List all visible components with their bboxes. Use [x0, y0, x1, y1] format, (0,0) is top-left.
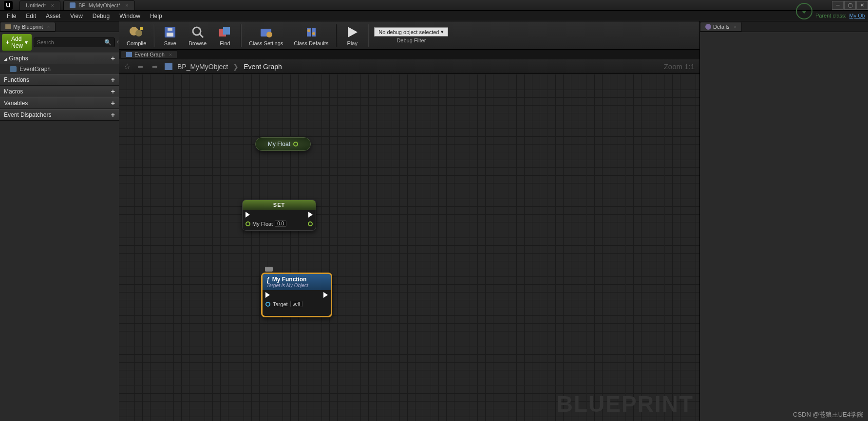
minimize-button[interactable]: ─: [832, 1, 844, 10]
graph-icon: [10, 66, 17, 72]
add-search-row: + Add New ▾ 🔍 👁 ▾: [0, 32, 119, 53]
blueprint-icon: [70, 2, 75, 8]
add-new-button[interactable]: + Add New ▾: [2, 34, 32, 51]
close-icon[interactable]: ×: [125, 2, 128, 8]
target-value[interactable]: self: [290, 301, 303, 307]
section-variables[interactable]: Variables +: [0, 97, 119, 109]
menu-view[interactable]: View: [65, 11, 88, 21]
svg-point-15: [312, 32, 315, 35]
section-functions[interactable]: Functions +: [0, 74, 119, 86]
close-icon[interactable]: ×: [734, 24, 736, 30]
nav-back-button[interactable]: ⬅: [135, 62, 145, 72]
svg-point-11: [266, 32, 272, 37]
btn-label: Compile: [127, 40, 146, 46]
plus-icon[interactable]: +: [111, 111, 115, 119]
output-pin[interactable]: [293, 142, 298, 146]
plus-icon[interactable]: +: [111, 76, 115, 84]
parent-class-indicator: Parent class: My Ob: [796, 12, 865, 19]
graph-tab-eventgraph[interactable]: Event Graph ×: [121, 50, 177, 59]
chevron-down-icon: ▾: [25, 39, 28, 46]
exec-out-pin[interactable]: [308, 212, 313, 218]
section-dispatchers[interactable]: Event Dispatchers +: [0, 109, 119, 121]
parent-class-link[interactable]: My Ob: [849, 13, 865, 18]
menu-help[interactable]: Help: [145, 11, 167, 21]
add-label: Add New: [11, 36, 23, 49]
section-graphs[interactable]: ◢ Graphs +: [0, 53, 119, 64]
menubar: File Edit Asset View Debug Window Help P…: [0, 11, 868, 21]
pin-label: Target: [273, 301, 288, 307]
item-label: EventGraph: [19, 66, 51, 73]
graph-tabbar: Event Graph ×: [119, 50, 699, 59]
close-button[interactable]: ✕: [856, 1, 868, 10]
search-box[interactable]: 🔍: [34, 37, 115, 47]
close-icon[interactable]: ×: [169, 52, 172, 57]
save-button[interactable]: Save: [157, 24, 183, 47]
debug-object-dropdown[interactable]: No debug object selected ▾: [374, 27, 448, 37]
input-pin[interactable]: [245, 221, 250, 226]
graph-canvas[interactable]: BLUEPRINT My Float SET My Fl: [119, 74, 699, 421]
target-pin[interactable]: [265, 302, 270, 307]
section-label: Variables: [4, 100, 28, 107]
panel-tabbar: My Blueprint ×: [0, 21, 119, 32]
comment-bubble-icon[interactable]: [265, 267, 273, 272]
exec-out-pin[interactable]: [323, 292, 328, 298]
class-defaults-button[interactable]: Class Defaults: [289, 24, 333, 47]
node-get-myfloat[interactable]: My Float: [255, 137, 311, 151]
menu-file[interactable]: File: [2, 11, 21, 21]
plus-icon[interactable]: +: [111, 88, 115, 95]
breadcrumb-leaf[interactable]: Event Graph: [244, 63, 282, 71]
svg-point-6: [193, 27, 201, 35]
exec-in-pin[interactable]: [265, 292, 270, 298]
menu-asset[interactable]: Asset: [41, 11, 65, 21]
zoom-indicator: Zoom 1:1: [664, 62, 695, 71]
maximize-button[interactable]: ▢: [844, 1, 856, 10]
graph-icon: [126, 52, 132, 57]
title-tab-untitled[interactable]: Untitled* ×: [19, 0, 60, 10]
menu-debug[interactable]: Debug: [88, 11, 114, 21]
plus-icon[interactable]: +: [111, 55, 115, 62]
debug-filter-label: Debug Filter: [396, 37, 426, 43]
node-function-myfunction[interactable]: ƒMy Function Target is My Object Target …: [261, 273, 332, 317]
play-button[interactable]: Play: [340, 24, 365, 47]
svg-rect-5: [168, 28, 172, 31]
find-icon: [217, 25, 233, 39]
close-icon[interactable]: ×: [47, 24, 50, 30]
defaults-icon: [303, 25, 319, 39]
details-tab[interactable]: Details ×: [700, 22, 742, 32]
menu-window[interactable]: Window: [114, 11, 145, 21]
svg-rect-9: [223, 27, 230, 35]
node-title: SET: [243, 200, 316, 210]
browse-button[interactable]: Browse: [184, 24, 211, 47]
blueprint-watermark: BLUEPRINT: [557, 391, 694, 417]
compile-status-icon: [796, 3, 812, 19]
my-blueprint-tab[interactable]: My Blueprint ×: [0, 22, 56, 32]
tab-label: BP_MyMyObject*: [78, 2, 120, 8]
window-controls: ─ ▢ ✕: [832, 1, 868, 10]
value-input[interactable]: 0.0: [275, 220, 286, 227]
favorite-icon[interactable]: ☆: [124, 62, 131, 71]
tab-text: My Blueprint: [13, 24, 43, 30]
graph-item-eventgraph[interactable]: EventGraph: [0, 64, 119, 74]
search-input[interactable]: [37, 39, 104, 45]
compile-button[interactable]: Compile: [122, 24, 151, 47]
class-settings-button[interactable]: Class Settings: [244, 24, 288, 47]
center-area: Compile Save Browse Find Class Settings: [119, 21, 699, 421]
section-macros[interactable]: Macros +: [0, 86, 119, 97]
nav-forward-button[interactable]: ➡: [150, 62, 160, 72]
output-pin[interactable]: [308, 221, 313, 226]
exec-in-pin[interactable]: [245, 212, 250, 218]
svg-point-1: [135, 30, 142, 37]
graph-icon: [165, 63, 172, 70]
panel-tabbar: Details ×: [700, 21, 868, 32]
plus-icon[interactable]: +: [111, 99, 115, 107]
section-label: Macros: [4, 88, 23, 95]
title-tab-bp[interactable]: BP_MyMyObject* ×: [63, 0, 135, 10]
tab-label: Event Graph: [134, 52, 165, 57]
find-button[interactable]: Find: [212, 24, 238, 47]
details-icon: [705, 24, 711, 30]
menu-edit[interactable]: Edit: [21, 11, 41, 21]
close-icon[interactable]: ×: [51, 2, 54, 8]
breadcrumb-root[interactable]: BP_MyMyObject: [177, 63, 228, 71]
svg-line-7: [200, 34, 203, 37]
node-set-myfloat[interactable]: SET My Float 0.0: [242, 200, 316, 231]
